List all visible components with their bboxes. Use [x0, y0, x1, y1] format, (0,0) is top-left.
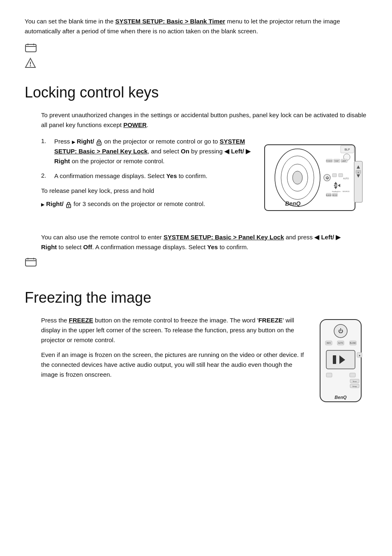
step-2-num: 2. — [41, 171, 49, 181]
freeze-para-1: Press the FREEZE button on the remote co… — [41, 315, 306, 345]
svg-marker-38 — [338, 184, 340, 187]
steps-list: 1. Press Right/ on the projector or remo… — [41, 137, 252, 181]
release-keys: Right/ for 3 seconds on the projector or… — [41, 199, 252, 209]
svg-text:Setup: Setup — [353, 385, 357, 387]
svg-rect-47 — [25, 259, 36, 266]
svg-point-10 — [68, 206, 69, 207]
intro-text1: You can set the blank time in the — [25, 18, 115, 25]
intro-paragraph: You can set the blank time in the SYSTEM… — [25, 16, 367, 36]
svg-point-8 — [99, 143, 100, 144]
svg-text:BenQ: BenQ — [334, 395, 347, 400]
step-2: 2. A confirmation message displays. Sele… — [41, 171, 252, 181]
svg-text:Healthy(bit ×: Healthy(bit × — [332, 190, 341, 192]
locking-heading: Locking control keys — [25, 81, 367, 104]
step1-on: On — [181, 148, 189, 155]
freeze-text-content: Press the FREEZE button on the remote co… — [41, 315, 306, 385]
svg-rect-11 — [265, 145, 355, 211]
locking-text-content: 1. Press Right/ on the projector or remo… — [41, 137, 252, 209]
svg-text:BenQ: BenQ — [285, 200, 300, 207]
also-menu: SYSTEM SETUP: Basic > Panel Key Lock — [164, 234, 284, 241]
svg-text:POWER: POWER — [326, 160, 332, 162]
freeze-section: Press the FREEZE button on the remote co… — [41, 315, 367, 409]
projector-diagram: BLP a BenQ POWER TEMP LAMP — [261, 137, 367, 226]
svg-text:MODE: MODE — [332, 194, 337, 196]
svg-text:a: a — [358, 171, 359, 174]
step-2-text: A confirmation message displays. Select … — [54, 171, 208, 181]
svg-marker-35 — [334, 182, 337, 184]
release-text: To release panel key lock, press and hol… — [41, 186, 252, 209]
lock-icon-2 — [66, 201, 71, 208]
also-text: You can also use the remote control to e… — [41, 232, 351, 252]
svg-text:INFO: INFO — [327, 342, 331, 344]
remote-diagram: ⏻ INFO AUTO BLANK ■ Tim — [314, 315, 367, 409]
svg-rect-61 — [333, 355, 336, 364]
note-icon-warning — [25, 58, 367, 72]
lock-icon-1 — [96, 139, 102, 145]
release-para: To release panel key lock, press and hol… — [41, 186, 252, 196]
intro-menu-path: SYSTEM SETUP: Basic > Blank Timer — [115, 18, 225, 25]
locking-intro-text: To prevent unauthorized changes in the s… — [41, 111, 366, 128]
svg-rect-34 — [339, 174, 343, 177]
step-1-text: Press Right/ on the projector or remote … — [54, 137, 252, 166]
note-icon-1 — [25, 43, 367, 56]
step1-right: Right/ — [77, 138, 95, 145]
svg-marker-36 — [334, 187, 337, 189]
locking-intro: To prevent unauthorized changes in the s… — [41, 110, 367, 130]
locking-content-area: 1. Press Right/ on the projector or remo… — [41, 137, 367, 226]
svg-text:BLANK: BLANK — [326, 194, 331, 196]
svg-text:SOURCE: SOURCE — [342, 190, 349, 192]
svg-text:AUTO: AUTO — [343, 177, 349, 180]
svg-text:BLP: BLP — [344, 148, 350, 151]
svg-rect-39 — [335, 184, 337, 187]
svg-text:Timer: Timer — [353, 380, 357, 382]
svg-text:BLANK: BLANK — [350, 342, 356, 344]
step-1: 1. Press Right/ on the projector or remo… — [41, 137, 252, 166]
svg-rect-66 — [350, 373, 355, 377]
freezing-heading: Freezing the image — [25, 287, 367, 309]
step-1-num: 1. — [41, 137, 49, 166]
svg-point-6 — [30, 65, 31, 67]
step2-yes: Yes — [166, 172, 177, 179]
svg-text:⏻: ⏻ — [338, 328, 343, 334]
svg-text:LAMP: LAMP — [342, 160, 346, 162]
svg-text:⏻: ⏻ — [325, 176, 329, 180]
svg-text:AUTO: AUTO — [338, 342, 344, 344]
freeze-label: FREEZE — [69, 317, 93, 324]
freeze-para-2: Even if an image is frozen on the screen… — [41, 350, 306, 380]
svg-rect-0 — [25, 44, 36, 52]
note-icon-2 — [25, 257, 367, 270]
freeze-quote: FREEZE — [258, 317, 283, 324]
svg-point-15 — [293, 171, 302, 184]
svg-text:■: ■ — [359, 354, 360, 357]
svg-text:TEMP: TEMP — [334, 160, 339, 162]
power-label: POWER — [123, 121, 147, 128]
svg-rect-65 — [326, 373, 332, 377]
svg-rect-33 — [332, 174, 337, 177]
